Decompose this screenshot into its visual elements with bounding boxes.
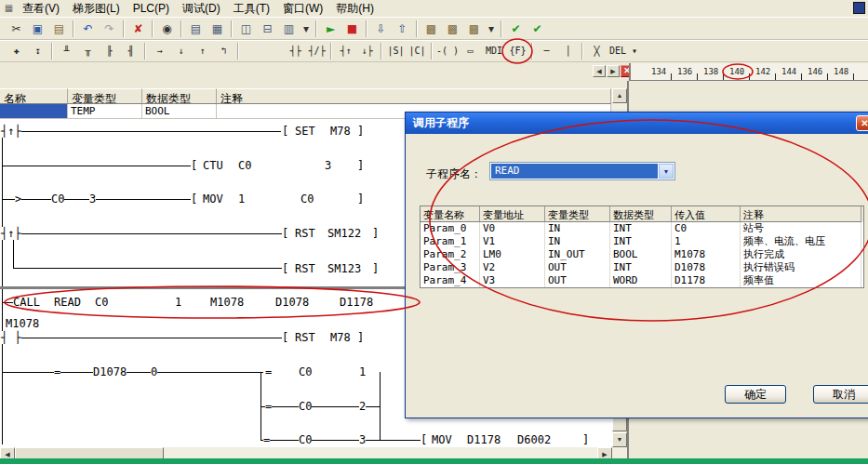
ladder-token[interactable]: C0 [51, 192, 64, 205]
edit-up-icon[interactable]: ╨ [56, 42, 77, 61]
parameter-column-header[interactable]: 变量名称 [421, 206, 480, 222]
ladder-token[interactable]: D6002 [517, 433, 551, 446]
ladder-token[interactable]: [ [191, 192, 197, 205]
symbol-column-header[interactable]: 变量类型 [68, 88, 142, 104]
ladder-token[interactable]: SM123 [327, 262, 361, 275]
lock-icon-2[interactable]: ▩ [442, 19, 463, 38]
contact-rising-icon[interactable]: ┤↑ [335, 42, 356, 61]
lock-icon-3[interactable]: ▩ [463, 19, 485, 38]
paste-icon[interactable]: ▤ [48, 19, 70, 38]
mdi-button[interactable]: MDI [481, 42, 507, 61]
undo-icon[interactable]: ↶ [77, 19, 99, 38]
menu-item[interactable]: 查看(V) [16, 0, 66, 19]
compile-icon[interactable]: ✔ [505, 19, 527, 38]
delete-button[interactable]: DEL ▾ [608, 42, 639, 61]
ladder-token[interactable]: ] [357, 192, 364, 205]
ladder-token[interactable]: [ [421, 433, 427, 446]
ladder-token[interactable]: 1 [238, 192, 245, 205]
parameter-table-row[interactable]: Param_0V0ININTC0站号 [421, 222, 863, 235]
contact-no-icon[interactable]: ┤├ [285, 42, 306, 61]
parameter-table-row[interactable]: Param_2LM0IN_OUTBOOLM1078执行完成 [421, 248, 863, 261]
menu-item[interactable]: 梯形图(L) [66, 0, 127, 19]
hline-icon[interactable]: ─ [536, 42, 557, 61]
ladder-token[interactable]: ] [372, 262, 379, 275]
ladder-token[interactable]: C0 [299, 400, 312, 413]
ladder-token[interactable]: 1 [359, 365, 366, 378]
symbol-cell[interactable] [0, 104, 68, 119]
box-instruction-icon[interactable]: ▭ [460, 42, 481, 61]
ladder-token[interactable]: D1178 [467, 433, 501, 446]
subroutine-combobox[interactable]: READ ▼ [489, 162, 675, 180]
ladder-token[interactable]: = [54, 365, 60, 378]
parameter-column-header[interactable]: 变量类型 [545, 206, 610, 222]
ladder-token[interactable]: [ [191, 159, 197, 172]
ladder-token[interactable]: RST [295, 262, 315, 275]
contact-falling-icon[interactable]: ↓├ [356, 42, 378, 61]
ladder-token[interactable]: 3 [89, 192, 96, 205]
ladder-token[interactable]: ] [582, 433, 589, 446]
output-pane-icon[interactable]: ▥ [278, 19, 300, 38]
menu-item[interactable]: 工具(T) [227, 0, 276, 19]
ladder-token[interactable]: M78 [330, 125, 351, 138]
wire-down-icon[interactable]: ↓ [170, 42, 192, 61]
ladder-token[interactable]: [ [282, 125, 288, 138]
wire-right-icon[interactable]: → [149, 42, 170, 61]
ladder-token[interactable]: ┤↑├ [1, 227, 21, 240]
edit-left-icon[interactable]: ╟ [99, 42, 120, 61]
ladder-token[interactable]: ] [357, 125, 364, 138]
menu-item[interactable]: 帮助(H) [329, 0, 381, 19]
project-pane-icon[interactable]: ◫ [235, 19, 257, 38]
wire-branch-icon[interactable]: ↰ [213, 42, 234, 61]
vline-icon[interactable]: │ [557, 42, 579, 61]
ladder-token[interactable]: 3 [325, 159, 331, 172]
tab-scroll-left-button[interactable]: ◀ [593, 65, 606, 77]
ladder-token[interactable]: MOV [203, 192, 223, 205]
coil-reset-icon[interactable]: |C| [407, 42, 428, 61]
ladder-token[interactable]: ] [372, 227, 379, 240]
cancel-button[interactable]: 取消 [813, 385, 868, 404]
ladder-token[interactable]: = [263, 433, 270, 446]
cut-icon[interactable]: ✂ [6, 19, 27, 38]
combobox-dropdown-button[interactable]: ▼ [659, 164, 674, 179]
panes-dropdown-icon[interactable]: ▾ [300, 19, 313, 38]
scroll-down-button[interactable]: ▼ [612, 432, 627, 447]
ladder-token[interactable]: ┤ ├ [1, 331, 21, 344]
run-icon[interactable]: ► [320, 19, 341, 38]
contact-nc-icon[interactable]: ┤/├ [306, 42, 327, 61]
ladder-token[interactable]: SET [295, 125, 315, 138]
lock-icon-1[interactable]: ▩ [421, 19, 442, 38]
ladder-token[interactable]: C0 [299, 433, 312, 446]
ladder-token[interactable]: 1 [175, 296, 181, 309]
dialog-close-button[interactable]: ✕ [856, 115, 868, 131]
coil-set-icon[interactable]: |S| [385, 42, 407, 61]
parameter-column-header[interactable]: 注释 [741, 206, 861, 222]
ladder-token[interactable]: 0 [151, 365, 157, 378]
ladder-token[interactable]: M78 [330, 331, 351, 344]
coil-icon[interactable]: -( ) [435, 42, 460, 61]
parameter-column-header[interactable]: 传入值 [672, 206, 741, 222]
symbol-cell[interactable]: BOOL [142, 104, 217, 119]
edit-down-icon[interactable]: ╥ [77, 42, 99, 61]
window-corner-icon[interactable] [853, 2, 865, 14]
ladder-token[interactable]: SM122 [327, 227, 361, 240]
ladder-token[interactable]: 2 [359, 400, 366, 413]
parameter-table-row[interactable]: Param_3V2OUTINTD1078执行错误码 [421, 261, 863, 274]
ladder-token[interactable]: READ [54, 296, 81, 309]
symbol-column-header[interactable]: 注释 [217, 88, 611, 104]
parameter-column-header[interactable]: 数据类型 [610, 206, 672, 222]
parameter-column-header[interactable]: 变量地址 [480, 206, 545, 222]
tab-scroll-right-button[interactable]: ▶ [607, 65, 620, 77]
ladder-token[interactable]: C0 [299, 365, 312, 378]
symbol-column-header[interactable]: 名称 [0, 88, 68, 104]
ladder-token[interactable]: M1078 [210, 296, 244, 309]
select-tool-icon[interactable]: ✚ [6, 42, 27, 61]
ladder-token[interactable]: CALL [13, 296, 40, 309]
function-key-button[interactable]: {F} [507, 42, 528, 61]
ladder-token[interactable]: [ [282, 227, 288, 240]
parameter-table-row[interactable]: Param_4V3OUTWORDD1178频率值 [421, 274, 863, 287]
ladder-token[interactable]: 3 [359, 433, 366, 446]
ladder-token[interactable]: RST [295, 227, 315, 240]
download-to-plc-icon[interactable]: ⇩ [370, 19, 392, 38]
delete-icon[interactable]: ✘ [127, 19, 149, 38]
menu-item[interactable]: 窗口(W) [276, 0, 329, 19]
